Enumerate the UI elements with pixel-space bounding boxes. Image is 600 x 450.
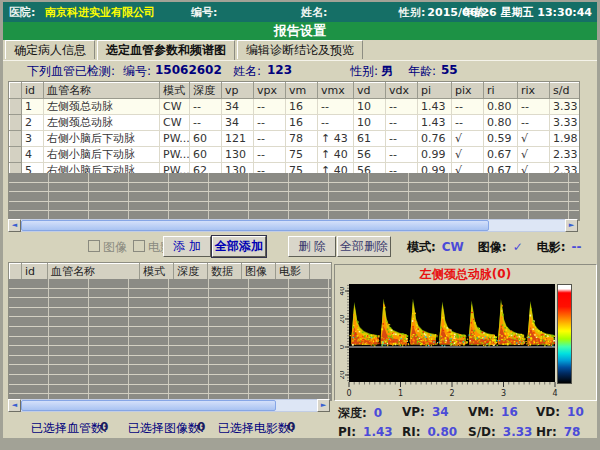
cine-count-value: 0	[287, 420, 295, 434]
column-header: s/d	[550, 83, 581, 99]
image-count-label: 已选择图像数:	[128, 420, 204, 437]
add-all-button[interactable]: 全部添加	[212, 236, 266, 257]
measurement-label: S/D:	[468, 425, 496, 438]
patient-age-label: 年龄:	[408, 63, 436, 80]
delete-button[interactable]: 删 除	[288, 236, 336, 257]
header-id-label: 编号:	[191, 5, 217, 20]
measurement-value: 10	[567, 405, 584, 419]
table-cell: 0.59	[484, 131, 518, 147]
table-cell: --	[518, 99, 550, 115]
svg-text:0: 0	[340, 345, 346, 349]
table-cell: PW...	[160, 131, 190, 147]
table-cell: --	[452, 115, 484, 131]
column-header: ri	[484, 83, 518, 99]
scroll-left-icon[interactable]: ◄	[8, 399, 21, 412]
table-cell: √	[518, 131, 550, 147]
column-header: 血管名称	[44, 83, 160, 99]
table-cell: 4	[22, 147, 44, 163]
table-row[interactable]: 3右侧小脑后下动脉PW...60121--78↑ 4361--0.76√0.59…	[10, 131, 581, 147]
column-header: 模式	[160, 83, 190, 99]
table-cell: 1.43	[418, 99, 452, 115]
patient-age-value: 55	[441, 63, 458, 77]
vessel-count-value: 0	[100, 420, 108, 434]
datetime: 2015/06/26 星期五 13:30:44	[427, 5, 592, 20]
column-header: 深度	[190, 83, 222, 99]
row-gutter	[10, 147, 22, 163]
column-header: vmx	[318, 83, 354, 99]
tab-vessel-params[interactable]: 选定血管参数和频谱图	[97, 40, 235, 60]
row-gutter	[10, 264, 22, 280]
detected-vessels-table: id血管名称模式深度vpvpxvmvmxvdvdxpipixririxs/ds/…	[8, 81, 580, 221]
patient-name-value: 123	[267, 63, 292, 77]
hospital-label: 医院:	[9, 5, 35, 20]
scroll-right-icon[interactable]: ►	[565, 219, 578, 232]
measurement-label: Hr:	[536, 425, 557, 438]
measurement-value: 1.43	[363, 425, 393, 438]
add-button[interactable]: 添 加	[163, 236, 211, 257]
tab-patient-info[interactable]: 确定病人信息	[5, 40, 95, 59]
table-cell: ↑ 43	[318, 131, 354, 147]
page-title: 报告设置	[274, 23, 326, 38]
top-info-bar: 医院: 南京科进实业有限公司 编号: 姓名: 性别: 年龄: 2015/06/2…	[3, 2, 597, 22]
table-cell: 右侧小脑后下动脉	[44, 131, 160, 147]
measurement-pair: Hr:78	[536, 425, 580, 438]
table-cell: 16	[286, 99, 318, 115]
scroll-thumb[interactable]	[21, 220, 489, 231]
mode-label: 模式:	[407, 240, 436, 254]
table-cell: √	[518, 147, 550, 163]
table-cell: --	[254, 99, 286, 115]
tab-edit-conclusion[interactable]: 编辑诊断结论及预览	[237, 40, 363, 59]
vessels-detected-label: 下列血管已检测:	[27, 63, 115, 80]
report-settings-window: 医院: 南京科进实业有限公司 编号: 姓名: 性别: 年龄: 2015/06/2…	[3, 2, 597, 438]
table-cell: 34	[222, 99, 254, 115]
row-gutter	[10, 83, 22, 99]
selection-counts: 已选择血管数: 0 已选择图像数: 0 已选择电影数: 0	[3, 420, 333, 436]
upper-table-hscrollbar[interactable]: ◄ ►	[8, 219, 578, 232]
measurement-label: RI:	[402, 425, 421, 438]
measurement-label: VP:	[402, 405, 425, 419]
cine-count-label: 已选择电影数:	[218, 420, 294, 437]
table-cell: 0.80	[484, 115, 518, 131]
measurement-value: 78	[564, 425, 581, 438]
scroll-left-icon[interactable]: ◄	[8, 219, 21, 232]
table-row[interactable]: 4右侧小脑后下动脉PW...60130--75↑ 4056--0.99√0.67…	[10, 147, 581, 163]
checkbox-icon	[88, 240, 100, 252]
mode-value: CW	[442, 240, 464, 254]
column-header: 电影	[276, 264, 310, 280]
measurement-pair: S/D:3.33	[468, 425, 532, 438]
measurement-label: 深度:	[338, 406, 367, 420]
table-cell: √	[452, 131, 484, 147]
patient-id-value: 15062602	[155, 63, 222, 77]
measurement-label: PI:	[338, 425, 356, 438]
table-cell: 左侧颈总动脉	[44, 99, 160, 115]
scroll-thumb[interactable]	[21, 400, 276, 411]
table-cell: 0.99	[418, 147, 452, 163]
delete-all-button[interactable]: 全部删除	[337, 236, 391, 257]
lower-table-hscrollbar[interactable]: ◄ ►	[8, 399, 330, 412]
measurement-pair: VP:34	[402, 405, 449, 419]
table-cell: 1.43	[418, 115, 452, 131]
svg-text:20: 20	[340, 315, 346, 324]
measurement-pair: PI:1.43	[338, 425, 393, 438]
table-cell: --	[190, 99, 222, 115]
table-cell: CW	[160, 99, 190, 115]
measurement-value: 0.80	[428, 425, 458, 438]
table-cell: 61	[354, 131, 386, 147]
table-row[interactable]: 1左侧颈总动脉CW--34--16--10--1.43--0.80--3.33-…	[10, 99, 581, 115]
column-header: 血管名称	[48, 264, 140, 280]
svg-text:3: 3	[501, 389, 506, 398]
doppler-spectrogram: 402002001234	[340, 282, 590, 398]
column-header: id	[22, 264, 48, 280]
table-cell: 130	[222, 147, 254, 163]
measurement-value: 0	[374, 406, 382, 420]
spectrum-panel: 左侧颈总动脉(0) 402002001234	[334, 264, 597, 401]
measurement-pair: 深度:0	[338, 405, 382, 422]
column-header	[310, 264, 332, 280]
image-checkbox[interactable]: 图像	[88, 239, 127, 256]
table-row[interactable]: 2左侧颈总动脉CW--34--16--10--1.43--0.80--3.33-…	[10, 115, 581, 131]
checkbox-icon	[133, 240, 145, 252]
table-cell: --	[254, 147, 286, 163]
detected-vessels-grid: id血管名称模式深度vpvpxvmvmxvdvdxpipixririxs/ds/…	[9, 82, 580, 179]
scroll-right-icon[interactable]: ►	[317, 399, 330, 412]
lower-table-empty-area	[9, 279, 331, 399]
